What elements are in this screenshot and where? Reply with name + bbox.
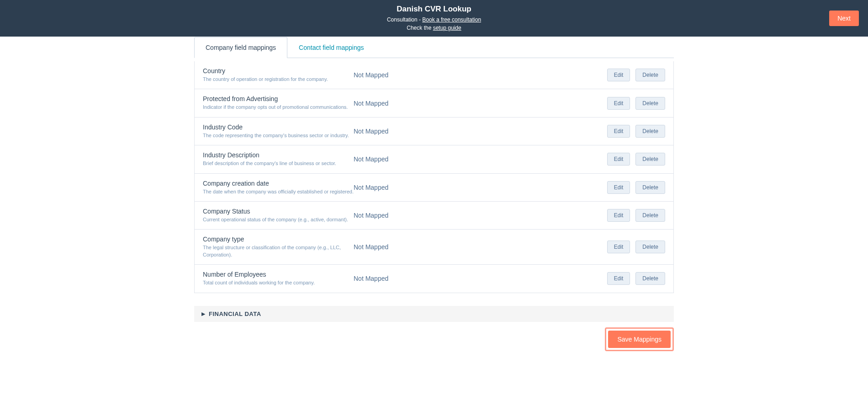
mapping-row: CountryThe country of operation or regis…	[195, 61, 673, 89]
row-actions: EditDelete	[607, 97, 665, 110]
accordion-title: FINANCIAL DATA	[209, 310, 261, 317]
delete-button[interactable]: Delete	[635, 181, 665, 194]
delete-button[interactable]: Delete	[635, 69, 665, 81]
field-name: Company Status	[203, 208, 354, 215]
field-name: Industry Code	[203, 123, 354, 131]
field-info: Company StatusCurrent operational status…	[203, 208, 354, 223]
edit-button[interactable]: Edit	[607, 69, 630, 81]
financial-data-accordion[interactable]: ▶ FINANCIAL DATA	[194, 306, 674, 322]
header-center: Danish CVR Lookup Consultation - Book a …	[387, 5, 481, 32]
row-actions: EditDelete	[607, 125, 665, 138]
save-wrap: Save Mappings	[194, 327, 674, 360]
field-info: Protected from AdvertisingIndicator if t…	[203, 95, 354, 111]
mapping-status: Not Mapped	[354, 128, 607, 135]
delete-button[interactable]: Delete	[635, 272, 665, 285]
field-description: Brief description of the company's line …	[203, 160, 354, 167]
consultation-prefix: Consultation -	[387, 16, 422, 23]
field-description: The country of operation or registration…	[203, 76, 354, 83]
mapping-row: Protected from AdvertisingIndicator if t…	[195, 89, 673, 117]
mapping-status: Not Mapped	[354, 100, 607, 107]
field-info: CountryThe country of operation or regis…	[203, 67, 354, 83]
setup-guide-link[interactable]: setup guide	[433, 25, 461, 31]
mapping-row: Company typeThe legal structure or class…	[195, 230, 673, 265]
field-name: Protected from Advertising	[203, 95, 354, 102]
edit-button[interactable]: Edit	[607, 241, 630, 253]
field-info: Industry CodeThe code representing the c…	[203, 123, 354, 139]
field-description: The date when the company was officially…	[203, 188, 354, 195]
row-actions: EditDelete	[607, 241, 665, 253]
field-description: The code representing the company's busi…	[203, 132, 354, 139]
mapping-status: Not Mapped	[354, 212, 607, 219]
tab-company-mappings[interactable]: Company field mappings	[194, 37, 287, 58]
tab-contact-mappings[interactable]: Contact field mappings	[287, 37, 375, 58]
save-mappings-button[interactable]: Save Mappings	[608, 331, 671, 348]
edit-button[interactable]: Edit	[607, 181, 630, 194]
app-header: Danish CVR Lookup Consultation - Book a …	[0, 0, 868, 37]
row-actions: EditDelete	[607, 69, 665, 81]
tabs-bar: Company field mappings Contact field map…	[194, 37, 674, 58]
field-description: Indicator if the company opts out of pro…	[203, 104, 354, 111]
mapping-row: Number of EmployeesTotal count of indivi…	[195, 265, 673, 292]
field-name: Number of Employees	[203, 271, 354, 278]
field-info: Number of EmployeesTotal count of indivi…	[203, 271, 354, 286]
save-highlight: Save Mappings	[605, 327, 674, 351]
delete-button[interactable]: Delete	[635, 209, 665, 222]
field-name: Industry Description	[203, 151, 354, 159]
field-name: Company type	[203, 235, 354, 243]
header-subtitle: Consultation - Book a free consultation …	[387, 16, 481, 32]
field-info: Company creation dateThe date when the c…	[203, 180, 354, 195]
main-container: Company field mappings Contact field map…	[194, 37, 674, 360]
mapping-status: Not Mapped	[354, 243, 607, 251]
field-name: Company creation date	[203, 180, 354, 187]
edit-button[interactable]: Edit	[607, 125, 630, 138]
edit-button[interactable]: Edit	[607, 97, 630, 110]
check-prefix: Check the	[407, 25, 433, 31]
mapping-row: Company StatusCurrent operational status…	[195, 202, 673, 230]
mapping-status: Not Mapped	[354, 155, 607, 163]
field-name: Country	[203, 67, 354, 75]
mapping-table: CountryThe country of operation or regis…	[194, 61, 674, 293]
mapping-row: Industry DescriptionBrief description of…	[195, 145, 673, 173]
edit-button[interactable]: Edit	[607, 209, 630, 222]
row-actions: EditDelete	[607, 272, 665, 285]
delete-button[interactable]: Delete	[635, 125, 665, 138]
mapping-status: Not Mapped	[354, 275, 607, 282]
mapping-status: Not Mapped	[354, 71, 607, 79]
field-description: Current operational status of the compan…	[203, 216, 354, 223]
edit-button[interactable]: Edit	[607, 153, 630, 166]
caret-right-icon: ▶	[201, 311, 205, 317]
row-actions: EditDelete	[607, 209, 665, 222]
mapping-row: Company creation dateThe date when the c…	[195, 174, 673, 202]
delete-button[interactable]: Delete	[635, 241, 665, 253]
row-actions: EditDelete	[607, 153, 665, 166]
row-actions: EditDelete	[607, 181, 665, 194]
delete-button[interactable]: Delete	[635, 153, 665, 166]
mapping-status: Not Mapped	[354, 184, 607, 191]
book-consultation-link[interactable]: Book a free consultation	[422, 16, 481, 23]
next-button[interactable]: Next	[829, 11, 859, 26]
field-description: The legal structure or classification of…	[203, 244, 354, 258]
field-description: Total count of individuals working for t…	[203, 279, 354, 286]
mapping-row: Industry CodeThe code representing the c…	[195, 118, 673, 145]
delete-button[interactable]: Delete	[635, 97, 665, 110]
field-info: Industry DescriptionBrief description of…	[203, 151, 354, 167]
field-info: Company typeThe legal structure or class…	[203, 235, 354, 258]
edit-button[interactable]: Edit	[607, 272, 630, 285]
page-title: Danish CVR Lookup	[387, 5, 481, 14]
